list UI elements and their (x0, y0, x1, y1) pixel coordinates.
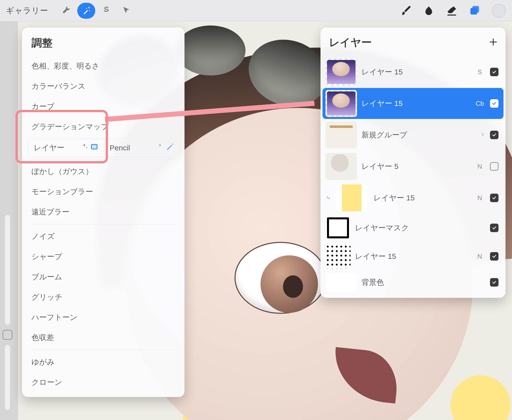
layer-row[interactable]: レイヤー 15 N (322, 242, 504, 270)
layer-chip-icon (90, 143, 98, 153)
layer-thumbnail (326, 216, 350, 240)
canvas-shape (176, 25, 246, 75)
layer-thumbnail (326, 153, 357, 180)
adjust-bloom[interactable]: ブルーム (22, 267, 184, 287)
layer-thumbnail (326, 58, 357, 85)
adjust-sharpen[interactable]: シャープ (22, 247, 184, 267)
modify-button[interactable] (2, 330, 12, 340)
layer-visibility-checkbox[interactable] (490, 99, 498, 108)
layers-panel: レイヤー レイヤー 15 S レイヤー 15 Cb 新規グループ レイヤー 5 … (320, 27, 506, 298)
background-layer-row[interactable]: 背景色 (322, 271, 504, 294)
layer-group-row[interactable]: 新規グループ (322, 119, 504, 150)
layer-name: 新規グループ (362, 130, 475, 140)
reference-icon: ⤷ (326, 194, 332, 201)
adjust-clone[interactable]: クローン (22, 372, 184, 393)
layer-name: 背景色 (362, 277, 470, 288)
adjust-target-row: レイヤー Pencil (28, 138, 180, 157)
selection-button[interactable] (97, 3, 115, 19)
plus-icon (488, 43, 498, 47)
adjust-halftone[interactable]: ハーフトーン (22, 307, 184, 328)
eraser-icon (446, 5, 458, 16)
layers-button[interactable] (469, 5, 480, 16)
adjust-color-balance[interactable]: カラーバランス (22, 76, 184, 96)
layers-icon (469, 5, 480, 16)
eraser-button[interactable] (446, 5, 458, 16)
sparkle-icon (156, 143, 164, 153)
layer-blend-mode[interactable]: N (474, 163, 486, 170)
add-layer-button[interactable] (488, 37, 498, 48)
layers-title: レイヤー (329, 35, 372, 49)
layer-row[interactable]: ⤷ レイヤー 15 N (322, 182, 504, 213)
top-toolbar: ギャラリー (0, 0, 512, 21)
layer-blend-mode[interactable]: N (474, 194, 486, 202)
layer-name: レイヤー 15 (374, 193, 470, 203)
adjust-noise[interactable]: ノイズ (22, 226, 184, 247)
adjust-target-layer-label: レイヤー (34, 143, 64, 153)
smudge-icon (423, 5, 434, 16)
layer-name: レイヤーマスク (355, 223, 470, 233)
layer-row-selected[interactable]: レイヤー 15 Cb (322, 88, 504, 119)
adjust-glitch[interactable]: グリッチ (22, 287, 184, 307)
adjust-gaussian-blur[interactable]: ぼかし（ガウス） (22, 161, 184, 182)
layer-blend-mode[interactable]: Cb (474, 100, 486, 107)
layer-thumbnail (326, 273, 357, 292)
gallery-button[interactable]: ギャラリー (6, 5, 48, 16)
brush-button[interactable] (400, 5, 412, 16)
svg-rect-2 (91, 144, 97, 149)
adjust-curves[interactable]: カーブ (22, 96, 184, 117)
transform-button[interactable] (117, 3, 135, 19)
layer-visibility-checkbox[interactable] (490, 252, 498, 261)
adjustments-title: 調整 (22, 27, 184, 56)
svg-rect-1 (472, 6, 479, 12)
layer-mask-row[interactable]: レイヤーマスク (322, 214, 504, 242)
layer-name: レイヤー 15 (355, 251, 470, 262)
adjust-target-pencil-label: Pencil (110, 144, 130, 152)
brush-opacity-slider[interactable] (5, 345, 10, 410)
adjust-motion-blur[interactable]: モーションブラー (22, 182, 184, 202)
brush-size-slider[interactable] (5, 215, 10, 325)
brush-icon (400, 5, 412, 16)
layer-visibility-checkbox[interactable] (490, 278, 498, 287)
layer-name: レイヤー 15 (362, 98, 470, 109)
sparkle-icon (80, 143, 88, 153)
layer-thumbnail (326, 90, 357, 117)
layer-thumbnail (326, 244, 350, 268)
color-picker-button[interactable] (492, 4, 506, 18)
layer-thumbnail (326, 121, 357, 148)
layer-visibility-checkbox[interactable] (490, 162, 498, 171)
smudge-button[interactable] (423, 5, 434, 16)
selection-s-icon (102, 6, 111, 16)
adjust-hsb[interactable]: 色相、彩度、明るさ (22, 56, 184, 76)
adjustments-panel: 調整 色相、彩度、明るさ カラーバランス カーブ グラデーションマップ レイヤー… (22, 27, 184, 397)
adjust-liquify[interactable]: ゆがみ (22, 352, 184, 372)
layer-visibility-checkbox[interactable] (490, 194, 498, 202)
layer-visibility-checkbox[interactable] (490, 224, 498, 232)
layer-row[interactable]: レイヤー 15 S (322, 56, 504, 87)
adjust-target-layer[interactable]: レイヤー (28, 139, 104, 157)
wrench-icon (62, 6, 71, 16)
adjust-gradient-map[interactable]: グラデーションマップ (22, 117, 184, 137)
chevron-right-icon (480, 131, 486, 138)
canvas-shape (283, 275, 303, 298)
layer-blend-mode[interactable]: N (474, 253, 486, 260)
layer-name: レイヤー 5 (362, 161, 470, 172)
layer-visibility-checkbox[interactable] (490, 68, 498, 76)
adjust-chromatic-aberration[interactable]: 色収差 (22, 328, 184, 348)
adjust-target-pencil[interactable]: Pencil (104, 139, 180, 157)
canvas-shape (450, 375, 510, 420)
adjust-perspective-blur[interactable]: 遠近ブラー (22, 202, 184, 222)
side-sliders (2, 215, 13, 410)
actions-button[interactable] (57, 3, 75, 19)
magic-wand-icon (82, 6, 91, 16)
pencil-icon (166, 143, 174, 153)
layer-blend-mode[interactable]: S (474, 68, 486, 76)
layer-thumbnail (336, 184, 368, 211)
layer-name: レイヤー 15 (362, 67, 470, 77)
layer-visibility-checkbox[interactable] (490, 131, 498, 139)
layer-row[interactable]: レイヤー 5 N (322, 151, 504, 182)
adjustments-button[interactable] (77, 3, 95, 19)
arrow-cursor-icon (122, 6, 131, 16)
